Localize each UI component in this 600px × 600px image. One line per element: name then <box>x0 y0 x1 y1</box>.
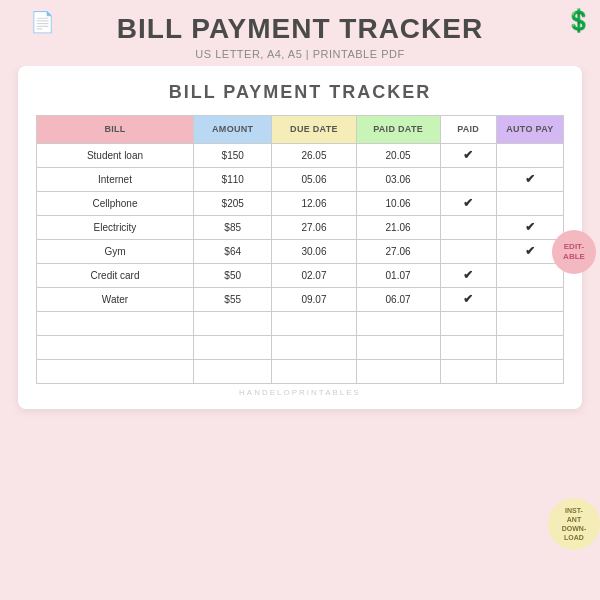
empty-row <box>37 359 564 383</box>
cell-paid-date: 03.06 <box>356 167 440 191</box>
cell-paid-checkbox[interactable]: ✔ <box>440 143 496 167</box>
cell-amount: $50 <box>193 263 271 287</box>
cell-paid-checkbox[interactable] <box>440 239 496 263</box>
table-row: Electricity$8527.0621.06✔ <box>37 215 564 239</box>
cell-due-date: 05.06 <box>272 167 356 191</box>
table-row: Gym$6430.0627.06✔ <box>37 239 564 263</box>
th-paid-date: PAID DATE <box>356 115 440 143</box>
empty-cell <box>356 335 440 359</box>
cell-autopay-checkbox[interactable]: ✔ <box>496 167 563 191</box>
cell-due-date: 09.07 <box>272 287 356 311</box>
checkmark-icon: ✔ <box>525 220 535 234</box>
empty-cell <box>440 311 496 335</box>
tracker-table: BILL AMOUNT DUE DATE PAID DATE PAID AUTO… <box>36 115 564 384</box>
cell-paid-checkbox[interactable]: ✔ <box>440 263 496 287</box>
checkmark-icon: ✔ <box>463 196 473 210</box>
empty-row <box>37 335 564 359</box>
cell-paid-date: 21.06 <box>356 215 440 239</box>
empty-cell <box>356 359 440 383</box>
empty-cell <box>356 311 440 335</box>
cell-due-date: 02.07 <box>272 263 356 287</box>
cell-bill: Gym <box>37 239 194 263</box>
cell-paid-date: 20.05 <box>356 143 440 167</box>
cell-autopay-checkbox[interactable] <box>496 191 563 215</box>
cell-autopay-checkbox[interactable] <box>496 263 563 287</box>
th-auto-pay: AUTO PAY <box>496 115 563 143</box>
banner-subtitle: US LETTER, A4, A5 | PRINTABLE PDF <box>10 48 590 60</box>
top-banner: 📄 BILL PAYMENT TRACKER US LETTER, A4, A5… <box>0 0 600 66</box>
checkmark-icon: ✔ <box>525 172 535 186</box>
cell-paid-checkbox[interactable] <box>440 215 496 239</box>
dollar-icon: 💲 <box>565 8 592 34</box>
document-icon: 📄 <box>30 10 55 34</box>
cell-paid-checkbox[interactable]: ✔ <box>440 191 496 215</box>
table-row: Internet$11005.0603.06✔ <box>37 167 564 191</box>
cell-paid-checkbox[interactable]: ✔ <box>440 287 496 311</box>
empty-cell <box>37 359 194 383</box>
cell-due-date: 30.06 <box>272 239 356 263</box>
table-row: Credit card$5002.0701.07✔ <box>37 263 564 287</box>
checkmark-icon: ✔ <box>463 292 473 306</box>
table-row: Student loan$15026.0520.05✔ <box>37 143 564 167</box>
cell-bill: Credit card <box>37 263 194 287</box>
checkmark-icon: ✔ <box>463 148 473 162</box>
empty-cell <box>496 359 563 383</box>
cell-amount: $205 <box>193 191 271 215</box>
empty-cell <box>440 359 496 383</box>
th-due-date: DUE DATE <box>272 115 356 143</box>
cell-amount: $110 <box>193 167 271 191</box>
cell-bill: Water <box>37 287 194 311</box>
empty-cell <box>272 335 356 359</box>
cell-paid-checkbox[interactable] <box>440 167 496 191</box>
table-row: Water$5509.0706.07✔ <box>37 287 564 311</box>
cell-amount: $64 <box>193 239 271 263</box>
doc-card: BILL PAYMENT TRACKER BILL AMOUNT DUE DAT… <box>18 66 582 409</box>
cell-bill: Student loan <box>37 143 194 167</box>
cell-bill: Internet <box>37 167 194 191</box>
empty-cell <box>193 311 271 335</box>
empty-cell <box>496 335 563 359</box>
cell-autopay-checkbox[interactable]: ✔ <box>496 215 563 239</box>
banner-title: BILL PAYMENT TRACKER <box>10 14 590 45</box>
cell-paid-date: 10.06 <box>356 191 440 215</box>
checkmark-icon: ✔ <box>525 244 535 258</box>
editable-badge: EDIT-ABLE <box>552 230 596 274</box>
empty-row <box>37 311 564 335</box>
empty-cell <box>37 311 194 335</box>
cell-due-date: 12.06 <box>272 191 356 215</box>
empty-cell <box>496 311 563 335</box>
cell-paid-date: 27.06 <box>356 239 440 263</box>
table-row: Cellphone$20512.0610.06✔ <box>37 191 564 215</box>
th-bill: BILL <box>37 115 194 143</box>
cell-amount: $55 <box>193 287 271 311</box>
instant-download-badge: INST-ANTDOWN-LOAD <box>548 498 600 550</box>
cell-amount: $150 <box>193 143 271 167</box>
empty-cell <box>37 335 194 359</box>
doc-title: BILL PAYMENT TRACKER <box>36 82 564 103</box>
cell-due-date: 27.06 <box>272 215 356 239</box>
cell-autopay-checkbox[interactable] <box>496 287 563 311</box>
cell-paid-date: 01.07 <box>356 263 440 287</box>
table-header-row: BILL AMOUNT DUE DATE PAID DATE PAID AUTO… <box>37 115 564 143</box>
th-amount: AMOUNT <box>193 115 271 143</box>
cell-bill: Cellphone <box>37 191 194 215</box>
watermark: HANDELOPRINTABLES <box>36 388 564 397</box>
th-paid: PAID <box>440 115 496 143</box>
empty-cell <box>193 359 271 383</box>
empty-cell <box>272 359 356 383</box>
empty-cell <box>272 311 356 335</box>
empty-cell <box>193 335 271 359</box>
empty-cell <box>440 335 496 359</box>
cell-due-date: 26.05 <box>272 143 356 167</box>
cell-paid-date: 06.07 <box>356 287 440 311</box>
cell-amount: $85 <box>193 215 271 239</box>
cell-bill: Electricity <box>37 215 194 239</box>
cell-autopay-checkbox[interactable] <box>496 143 563 167</box>
checkmark-icon: ✔ <box>463 268 473 282</box>
